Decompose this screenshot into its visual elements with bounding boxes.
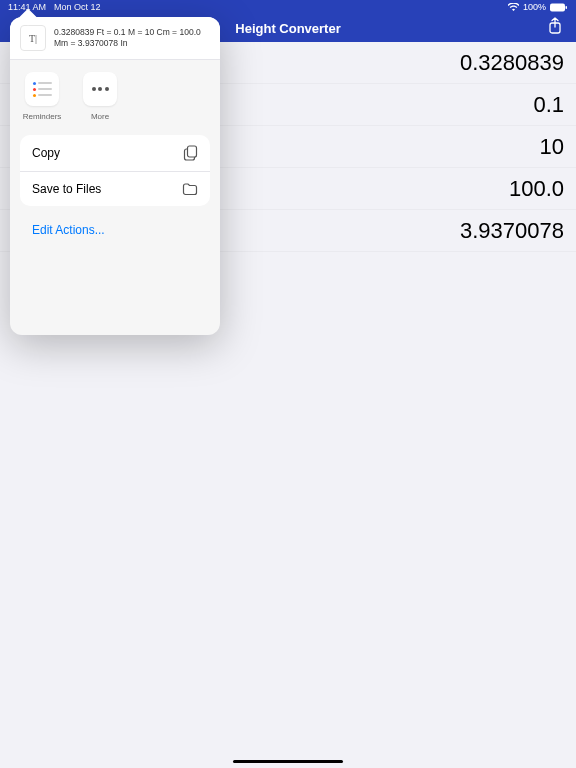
page-title: Height Converter bbox=[235, 21, 340, 36]
share-app-more[interactable]: More bbox=[78, 72, 122, 121]
save-to-files-action[interactable]: Save to Files bbox=[20, 172, 210, 206]
reminders-icon bbox=[25, 72, 59, 106]
svg-rect-1 bbox=[566, 6, 568, 9]
share-app-reminders[interactable]: Reminders bbox=[20, 72, 64, 121]
status-left: 11:41 AM Mon Oct 12 bbox=[8, 2, 101, 12]
row-value: 10 bbox=[540, 134, 564, 160]
share-sheet: T| 0.3280839 Ft = 0.1 M = 10 Cm = 100.0 … bbox=[10, 17, 220, 335]
share-button[interactable] bbox=[544, 17, 566, 39]
share-icon bbox=[548, 17, 562, 39]
row-value: 0.3280839 bbox=[460, 50, 564, 76]
action-label: Save to Files bbox=[32, 182, 101, 196]
row-value: 3.9370078 bbox=[460, 218, 564, 244]
edit-actions-button[interactable]: Edit Actions... bbox=[20, 210, 210, 248]
share-header: T| 0.3280839 Ft = 0.1 M = 10 Cm = 100.0 … bbox=[10, 17, 220, 59]
wifi-icon bbox=[508, 3, 519, 12]
status-date: Mon Oct 12 bbox=[54, 2, 101, 12]
share-actions-list: Copy Save to Files bbox=[20, 135, 210, 206]
share-apps-row: Reminders More bbox=[10, 60, 220, 129]
status-right: 100% bbox=[508, 2, 568, 12]
copy-icon bbox=[183, 145, 198, 161]
svg-rect-3 bbox=[188, 146, 197, 157]
edit-actions-label: Edit Actions... bbox=[32, 223, 105, 237]
battery-icon bbox=[550, 3, 568, 12]
status-bar: 11:41 AM Mon Oct 12 100% bbox=[0, 0, 576, 14]
text-doc-icon: T| bbox=[20, 25, 46, 51]
home-indicator bbox=[233, 760, 343, 764]
battery-percent: 100% bbox=[523, 2, 546, 12]
app-label: Reminders bbox=[23, 112, 62, 121]
row-value: 100.0 bbox=[509, 176, 564, 202]
svg-rect-0 bbox=[550, 3, 565, 11]
copy-action[interactable]: Copy bbox=[20, 135, 210, 171]
folder-icon bbox=[182, 183, 198, 196]
share-popover: T| 0.3280839 Ft = 0.1 M = 10 Cm = 100.0 … bbox=[10, 17, 220, 335]
app-label: More bbox=[91, 112, 109, 121]
share-text: 0.3280839 Ft = 0.1 M = 10 Cm = 100.0 Mm … bbox=[54, 27, 210, 48]
more-icon bbox=[83, 72, 117, 106]
action-label: Copy bbox=[32, 146, 60, 160]
row-value: 0.1 bbox=[533, 92, 564, 118]
